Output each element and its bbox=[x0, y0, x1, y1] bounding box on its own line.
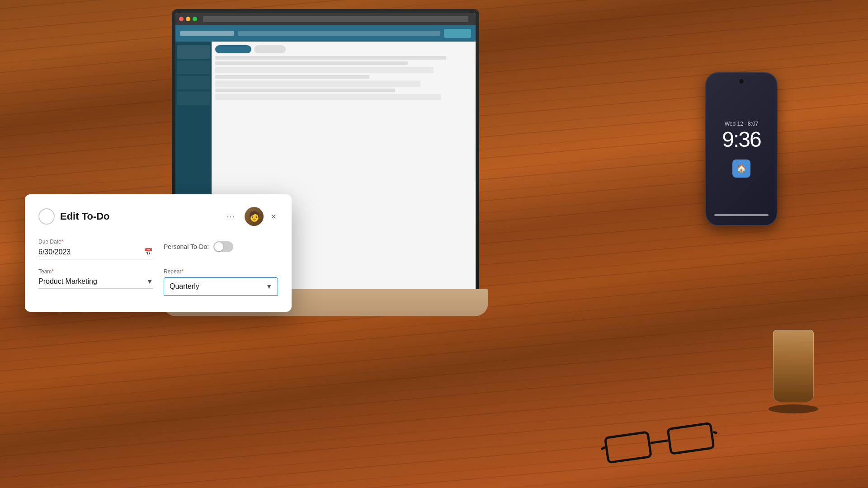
due-date-input[interactable]: 6/30/2023 📅 bbox=[38, 248, 153, 259]
due-date-value: 6/30/2023 bbox=[38, 248, 140, 256]
team-label: Team* bbox=[38, 268, 153, 275]
due-date-field: Due Date* 6/30/2023 📅 bbox=[38, 239, 153, 259]
repeat-select[interactable]: Quarterly ▼ bbox=[164, 277, 278, 296]
team-select[interactable]: Product Marketing ▼ bbox=[38, 277, 153, 289]
calendar-icon: 📅 bbox=[144, 248, 153, 256]
phone-camera bbox=[739, 79, 744, 84]
phone-time: 9:36 bbox=[722, 129, 760, 150]
team-value: Product Marketing bbox=[38, 277, 146, 286]
phone-date: Wed 12 · 8:07 bbox=[725, 121, 759, 127]
coffee-glass bbox=[769, 330, 818, 420]
more-options-button[interactable]: ··· bbox=[222, 210, 239, 223]
personal-todo-toggle[interactable] bbox=[213, 241, 233, 252]
team-dropdown-arrow: ▼ bbox=[146, 278, 153, 285]
todo-checkbox[interactable] bbox=[38, 208, 55, 225]
team-field: Team* Product Marketing ▼ bbox=[38, 268, 153, 296]
edit-todo-modal: Edit To-Do ··· 🧑 × Due Date* 6/30/2023 📅 bbox=[25, 194, 292, 312]
phone: Wed 12 · 8:07 9:36 🏠 bbox=[705, 72, 778, 226]
modal-header: Edit To-Do ··· 🧑 × bbox=[38, 207, 278, 226]
modal-form: Due Date* 6/30/2023 📅 Personal To-Do: Te… bbox=[38, 239, 278, 296]
repeat-dropdown-arrow: ▼ bbox=[266, 283, 272, 290]
repeat-field: Repeat* Quarterly ▼ bbox=[164, 268, 278, 296]
close-button[interactable]: × bbox=[269, 210, 278, 223]
repeat-label: Repeat* bbox=[164, 268, 278, 275]
personal-todo-toggle-row: Personal To-Do: bbox=[164, 239, 278, 252]
due-date-label: Due Date* bbox=[38, 239, 153, 245]
personal-todo-label: Personal To-Do: bbox=[164, 243, 209, 250]
avatar: 🧑 bbox=[245, 207, 264, 226]
personal-todo-group: Personal To-Do: bbox=[164, 239, 278, 259]
modal-title: Edit To-Do bbox=[60, 211, 217, 222]
repeat-value: Quarterly bbox=[170, 282, 266, 291]
